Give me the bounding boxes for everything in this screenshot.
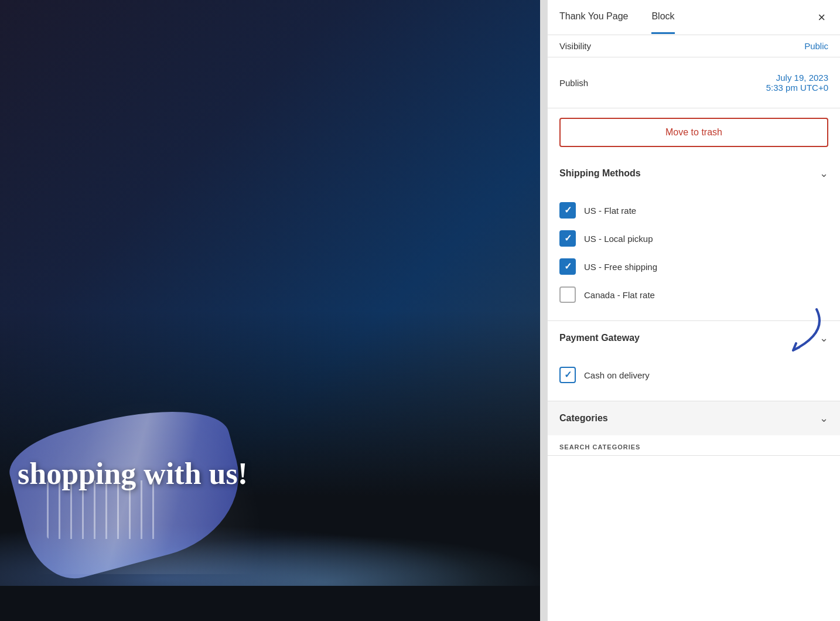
publish-time: 5:33 pm UTC+0 — [766, 83, 828, 93]
checkmark-us-flat-rate: ✓ — [564, 206, 572, 215]
categories-header[interactable]: Categories ⌄ — [548, 401, 840, 435]
payment-item-cash-on-delivery: ✓ Cash on delivery — [559, 361, 828, 389]
checkmark-us-local-pickup: ✓ — [564, 234, 572, 243]
tab-thank-you-page[interactable]: Thank You Page — [559, 1, 628, 34]
settings-section: Publish July 19, 2023 5:33 pm UTC+0 — [548, 57, 840, 108]
label-cash-on-delivery: Cash on delivery — [584, 370, 650, 380]
left-panel: shopping with us! — [0, 0, 540, 621]
visibility-row: Visibility Public — [548, 35, 840, 57]
publish-row: Publish July 19, 2023 5:33 pm UTC+0 — [559, 67, 828, 98]
move-to-trash-button[interactable]: Move to trash — [559, 118, 828, 147]
shipping-item-us-free-shipping: ✓ US - Free shipping — [559, 253, 828, 281]
label-us-free-shipping: US - Free shipping — [584, 262, 657, 272]
payment-gateway-header[interactable]: Payment Gateway ⌄ — [548, 321, 840, 355]
panel-header: Thank You Page Block × — [548, 0, 840, 35]
shipping-item-us-flat-rate: ✓ US - Flat rate — [559, 196, 828, 224]
shipping-methods-header[interactable]: Shipping Methods ⌄ — [548, 156, 840, 190]
categories-section: Categories ⌄ SEARCH CATEGORIES — [548, 401, 840, 456]
shipping-methods-title: Shipping Methods — [559, 168, 641, 179]
panel-divider[interactable] — [540, 0, 547, 621]
shipping-methods-section: Shipping Methods ⌄ ✓ US - Flat rate — [548, 156, 840, 321]
publish-label: Publish — [559, 78, 588, 88]
shipping-methods-body: ✓ US - Flat rate ✓ US - Local pickup — [548, 190, 840, 320]
payment-chevron-icon: ⌄ — [819, 332, 828, 344]
checkbox-us-flat-rate[interactable]: ✓ — [559, 202, 576, 219]
visibility-value[interactable]: Public — [804, 41, 828, 51]
panel-tabs: Thank You Page Block — [559, 1, 815, 34]
checkbox-cash-on-delivery[interactable]: ✓ — [559, 367, 576, 383]
checkbox-us-local-pickup[interactable]: ✓ — [559, 230, 576, 247]
tab-block[interactable]: Block — [651, 1, 674, 34]
categories-chevron-icon: ⌄ — [819, 412, 828, 425]
payment-gateway-title: Payment Gateway — [559, 333, 640, 343]
label-us-flat-rate: US - Flat rate — [584, 206, 636, 216]
checkmark-cash-on-delivery: ✓ — [564, 370, 572, 380]
shipping-chevron-icon: ⌄ — [819, 167, 828, 180]
checkbox-canada-flat-rate[interactable] — [559, 286, 576, 303]
right-panel: Thank You Page Block × Visibility Public… — [547, 0, 840, 621]
overlay-text: shopping with us! — [18, 456, 248, 492]
panel-body: Visibility Public Publish July 19, 2023 … — [548, 35, 840, 621]
checkbox-us-free-shipping[interactable]: ✓ — [559, 258, 576, 275]
label-canada-flat-rate: Canada - Flat rate — [584, 290, 655, 300]
publish-value[interactable]: July 19, 2023 5:33 pm UTC+0 — [766, 73, 828, 93]
close-button[interactable]: × — [815, 8, 828, 27]
label-us-local-pickup: US - Local pickup — [584, 234, 653, 244]
checkmark-us-free-shipping: ✓ — [564, 262, 572, 271]
payment-gateway-section: Payment Gateway ⌄ ✓ Cash on delivery — [548, 321, 840, 401]
shipping-item-canada-flat-rate: Canada - Flat rate — [559, 281, 828, 309]
visibility-label: Visibility — [559, 41, 591, 51]
payment-gateway-body: ✓ Cash on delivery — [548, 355, 840, 401]
search-categories-label: SEARCH CATEGORIES — [548, 435, 840, 455]
publish-date: July 19, 2023 — [776, 73, 828, 83]
shipping-item-us-local-pickup: ✓ US - Local pickup — [559, 224, 828, 253]
categories-title: Categories — [559, 413, 608, 424]
